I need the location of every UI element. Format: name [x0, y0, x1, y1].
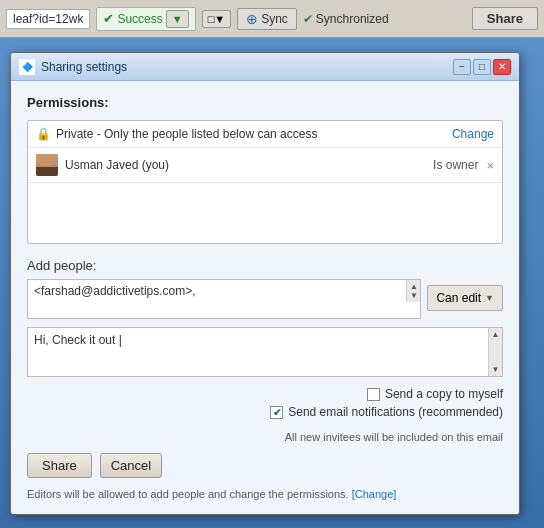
email-input[interactable]	[28, 280, 406, 318]
remove-user-button[interactable]: ×	[486, 158, 494, 173]
scroll-up-arrow[interactable]: ▲	[410, 282, 418, 291]
avatar	[36, 154, 58, 176]
permission-label: Can edit	[436, 291, 481, 305]
success-dropdown[interactable]: ▼	[166, 10, 189, 28]
footer-description: Editors will be allowed to add people an…	[27, 488, 349, 500]
owner-label: Is owner	[433, 158, 478, 172]
notification-label: Send email notifications (recommended)	[288, 405, 503, 419]
copy-checkbox-label[interactable]: Send a copy to myself	[367, 387, 503, 401]
url-chip: leaf?id=12wk	[6, 9, 90, 29]
message-scroll-up[interactable]: ▲	[492, 330, 500, 339]
permission-dropdown[interactable]: Can edit ▼	[427, 285, 503, 311]
copy-label: Send a copy to myself	[385, 387, 503, 401]
private-permission-row: 🔒 Private - Only the people listed below…	[28, 121, 502, 148]
message-input[interactable]	[28, 328, 488, 376]
title-controls: − □ ✕	[453, 59, 511, 75]
cancel-button[interactable]: Cancel	[100, 453, 162, 478]
user-permission-row: Usman Javed (you) Is owner ×	[28, 148, 502, 183]
success-badge: ✔ Success ▼	[96, 7, 195, 31]
success-label: Success	[117, 12, 162, 26]
background-page: 🔷 Sharing settings − □ ✕ Permissions: 🔒 …	[0, 38, 544, 528]
message-wrapper: ▲ ▼	[27, 327, 503, 377]
synchronized-label: Synchronized	[316, 12, 389, 26]
sharing-dialog: 🔷 Sharing settings − □ ✕ Permissions: 🔒 …	[10, 52, 520, 515]
footer-text: Editors will be allowed to add people an…	[27, 488, 503, 500]
notification-option-row: ✔ Send email notifications (recommended)	[27, 405, 503, 419]
share-button[interactable]: Share	[27, 453, 92, 478]
sync-icon: ⊕	[246, 11, 258, 27]
browser-bar: leaf?id=12wk ✔ Success ▼ □▼ ⊕ Sync ✔ Syn…	[0, 0, 544, 38]
email-input-wrapper: ▲ ▼	[27, 279, 421, 319]
copy-option-row: Send a copy to myself	[27, 387, 503, 401]
permissions-spacer	[28, 183, 502, 243]
checkmark-icon: ✔	[273, 407, 281, 418]
dialog-icon: 🔷	[19, 59, 35, 75]
check-icon: ✔	[103, 11, 114, 26]
user-name: Usman Javed (you)	[65, 158, 433, 172]
add-people-label: Add people:	[27, 258, 503, 273]
change-link[interactable]: Change	[452, 127, 494, 141]
email-scrollbar[interactable]: ▲ ▼	[406, 280, 420, 302]
notification-checkbox[interactable]: ✔	[270, 406, 283, 419]
sync-button[interactable]: ⊕ Sync	[237, 8, 297, 30]
sync-label: Sync	[261, 12, 288, 26]
action-buttons-row: Share Cancel	[27, 453, 503, 478]
lock-icon: 🔒	[36, 127, 51, 141]
notification-description: All new invitees will be included on thi…	[27, 431, 503, 443]
close-button[interactable]: ✕	[493, 59, 511, 75]
dialog-body: Permissions: 🔒 Private - Only the people…	[11, 81, 519, 514]
footer-change-link[interactable]: [Change]	[352, 488, 397, 500]
dialog-titlebar: 🔷 Sharing settings − □ ✕	[11, 53, 519, 81]
scroll-down-arrow[interactable]: ▼	[410, 291, 418, 300]
dialog-icon-label: 🔷	[19, 59, 35, 75]
share-button-top[interactable]: Share	[472, 7, 538, 30]
private-permission-text: Private - Only the people listed below c…	[56, 127, 452, 141]
dialog-title: Sharing settings	[41, 60, 453, 74]
permission-dropdown-arrow: ▼	[485, 293, 494, 303]
add-people-row: ▲ ▼ Can edit ▼	[27, 279, 503, 319]
doc-type-dropdown[interactable]: □▼	[202, 10, 232, 28]
restore-button[interactable]: □	[473, 59, 491, 75]
notification-checkbox-label[interactable]: ✔ Send email notifications (recommended)	[270, 405, 503, 419]
avatar-face	[36, 154, 58, 176]
minimize-button[interactable]: −	[453, 59, 471, 75]
synchronized-status: ✔ Synchronized	[303, 12, 389, 26]
message-scrollbar[interactable]: ▲ ▼	[488, 328, 502, 376]
message-scroll-down[interactable]: ▼	[492, 365, 500, 374]
permissions-box: 🔒 Private - Only the people listed below…	[27, 120, 503, 244]
copy-checkbox[interactable]	[367, 388, 380, 401]
sync-check-icon: ✔	[303, 12, 313, 26]
permissions-heading: Permissions:	[27, 95, 503, 110]
